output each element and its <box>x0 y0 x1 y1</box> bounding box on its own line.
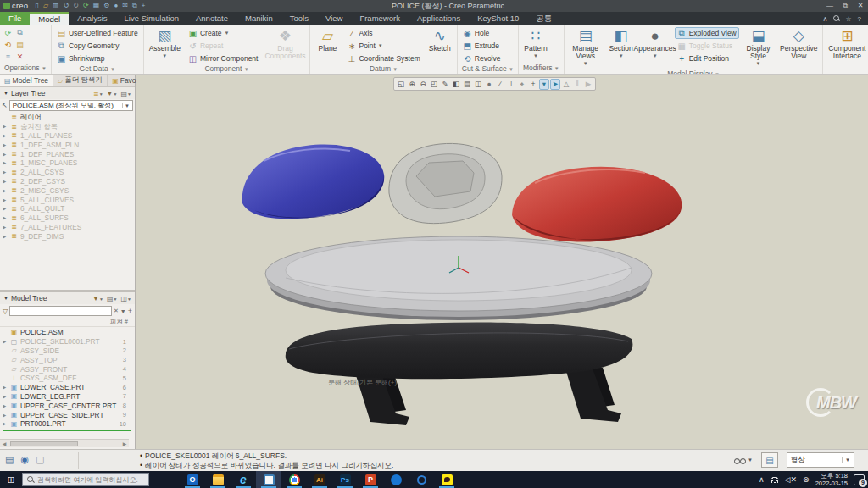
tree-filter-button[interactable]: ▼▼ <box>92 294 103 302</box>
layer-item-2-all-csys[interactable]: ▶≣2_ALL_CSYS <box>3 168 135 177</box>
taskbar-app-photoshop[interactable]: Ps <box>332 471 358 488</box>
hscroll-thumb[interactable] <box>10 441 78 446</box>
tab-공통[interactable]: 공통 <box>527 12 560 25</box>
feature-number-column-header[interactable]: 피쳐 # <box>110 318 135 326</box>
expand-icon[interactable]: ▶ <box>3 339 8 344</box>
hidden-icons-chevron[interactable]: ∧ <box>759 475 765 484</box>
mirror-component-button[interactable]: ◫Mirror Component <box>186 53 261 64</box>
model-tree-item-assy-top[interactable]: ▱ASSY_TOP3 <box>3 355 135 364</box>
extrude-button[interactable]: ⬒Extrude <box>460 40 504 52</box>
tab-annotate[interactable]: Annotate <box>187 12 236 25</box>
repaint-button[interactable]: ✎ <box>440 79 450 90</box>
tab-tools[interactable]: Tools <box>281 12 317 25</box>
model-tree-item-csys-asm-def[interactable]: ⊥CSYS_ASM_DEF5 <box>3 374 135 383</box>
save-button[interactable]: ▥ <box>53 2 59 10</box>
web-browser-button[interactable]: ◉ <box>20 454 29 465</box>
taskbar-app-chrome[interactable] <box>281 471 307 488</box>
toggle-status-button[interactable]: ▦Toggle Status <box>675 40 739 52</box>
expand-icon[interactable]: ▶ <box>3 421 8 426</box>
taskbar-app-file-explorer[interactable] <box>205 471 231 488</box>
base-plate-part[interactable] <box>265 236 652 320</box>
find-button[interactable] <box>833 14 839 23</box>
taskbar-search[interactable] <box>22 473 149 486</box>
collapse-arrow-icon[interactable]: ▼ <box>3 296 8 301</box>
expand-icon[interactable]: ▶ <box>3 188 8 193</box>
manage-views-button[interactable]: ▤Manage Views▼ <box>567 26 604 69</box>
layer-item-9-def-dims[interactable]: ▶≣9_DEF_DIMS <box>3 231 135 241</box>
taskbar-app-sync-app[interactable] <box>409 471 434 488</box>
action-center-button[interactable]: 9 <box>854 474 865 485</box>
drag-components-button[interactable]: ❖Drag Components <box>263 26 307 64</box>
auto-regenerate-button[interactable]: ⟲ <box>3 39 14 50</box>
layer-item-1-misc-planes[interactable]: ▶≣1_MISC_PLANES <box>3 158 135 168</box>
scroll-right-icon[interactable]: ▶ <box>120 441 129 446</box>
tab-framework[interactable]: Framework <box>351 12 409 25</box>
group-label-component[interactable]: Component ▼ <box>147 64 308 74</box>
volume-muted-icon[interactable]: ◁✕ <box>785 475 797 484</box>
tab-applications[interactable]: Applications <box>409 12 469 25</box>
render-sphere-button[interactable]: ● <box>114 2 118 10</box>
layer-filter-button[interactable]: ▼▼ <box>107 89 118 97</box>
collapse-arrow-icon[interactable]: ▼ <box>3 91 8 96</box>
display-style-vp-button[interactable]: ◧ <box>451 79 461 90</box>
display-style-button[interactable]: ⬓Display Style▼ <box>742 26 775 69</box>
blue-dome-part[interactable] <box>242 145 384 219</box>
settings-button[interactable]: ⚙ <box>103 2 109 10</box>
zoom-window-button[interactable]: ◱ <box>396 79 406 90</box>
expand-icon[interactable]: ▶ <box>3 403 8 408</box>
add-filter-icon[interactable]: + <box>128 307 132 315</box>
undo-button[interactable]: ↺ <box>64 2 70 10</box>
zoom-in-button[interactable]: ⊕ <box>407 79 417 90</box>
tab-model[interactable]: Model <box>30 12 69 25</box>
selection-filter-combo[interactable]: 형상 ▼ <box>787 452 854 468</box>
model-tree-item-prt0001-prt[interactable]: ▶▣PRT0001.PRT10 <box>3 419 135 429</box>
expand-icon[interactable]: ▶ <box>3 169 8 175</box>
model-tree-item-assy-front[interactable]: ▱ASSY_FRONT4 <box>3 364 135 374</box>
layer-item-1-all-planes[interactable]: ▶≣1_ALL_PLANES <box>3 131 135 141</box>
perspective-view-button[interactable]: ◇Perspective View <box>777 26 820 69</box>
tree-panel-button[interactable]: ◫▼ <box>120 294 131 302</box>
user-defined-feature-button[interactable]: ▤User-Defined Feature <box>54 27 141 39</box>
hole-button[interactable]: ◉Hole <box>460 27 504 39</box>
layer-item-1-def-planes[interactable]: ▶≣1_DEF_PLANES <box>3 149 135 158</box>
expand-icon[interactable]: ▶ <box>3 152 8 157</box>
expand-icon[interactable]: ▶ <box>3 124 8 129</box>
status-button[interactable]: ≡ <box>3 51 14 62</box>
plane-button[interactable]: ▱Plane <box>313 26 342 64</box>
spin-center-button[interactable]: + <box>528 79 538 90</box>
taskbar-app-illustrator[interactable]: Ai <box>307 471 332 488</box>
model-tree-item-upper-case-side-prt[interactable]: ▶▣UPPER_CASE_SIDE.PRT9 <box>3 410 135 419</box>
red-dome-part[interactable] <box>512 167 682 242</box>
saved-views-button[interactable]: ▤ <box>462 79 472 90</box>
model-tree-item-upper-case-center-prt[interactable]: ▶▣UPPER_CASE_CENTER.PRT8 <box>3 401 135 410</box>
edit-position-button[interactable]: +Edit Position <box>675 53 739 64</box>
find-dropdown-icon[interactable]: ▼ <box>748 458 753 463</box>
taskbar-search-input[interactable] <box>37 476 144 484</box>
scroll-left-icon[interactable]: ◀ <box>0 441 8 446</box>
group-label-modifiers[interactable]: Modifiers ▼ <box>521 64 561 74</box>
hidden-line-toggle-button[interactable]: ∕ <box>495 79 505 90</box>
filter-funnel-icon[interactable]: ▽ <box>3 308 8 315</box>
layer-tree-root[interactable]: ≣레이어 <box>3 113 135 122</box>
help-button[interactable]: ? <box>858 14 861 23</box>
exploded-model-canvas[interactable] <box>136 75 868 449</box>
expand-icon[interactable]: ▶ <box>3 160 8 165</box>
restore-button[interactable]: ⧉ <box>839 0 851 11</box>
favorites-button[interactable]: ☆ <box>845 14 851 23</box>
model-tree-item-police-asm[interactable]: ▣POLICE.ASM <box>3 328 135 337</box>
expand-icon[interactable]: ▶ <box>3 385 8 390</box>
appearances-button[interactable]: ●Appearances▼ <box>638 26 672 69</box>
expand-icon[interactable]: ▶ <box>3 133 8 138</box>
revolve-button[interactable]: ⟲Revolve <box>460 53 504 64</box>
minimize-button[interactable]: — <box>824 0 836 11</box>
taskbar-app-internet-explorer[interactable]: e <box>231 471 256 488</box>
taskbar-app-ptc-app[interactable] <box>383 471 409 488</box>
expand-icon[interactable]: ▶ <box>3 206 8 211</box>
tab-analysis[interactable]: Analysis <box>69 12 115 25</box>
taskbar-app-outlook[interactable]: O <box>180 471 205 488</box>
new-file-button[interactable]: ▯ <box>36 2 39 10</box>
window-button[interactable]: ⧉ <box>132 2 137 10</box>
annotation-display-button[interactable]: ⌖ <box>517 79 527 90</box>
pattern-button[interactable]: ∷Pattern▼ <box>521 26 550 64</box>
model-tree-filter-input[interactable] <box>9 306 112 316</box>
